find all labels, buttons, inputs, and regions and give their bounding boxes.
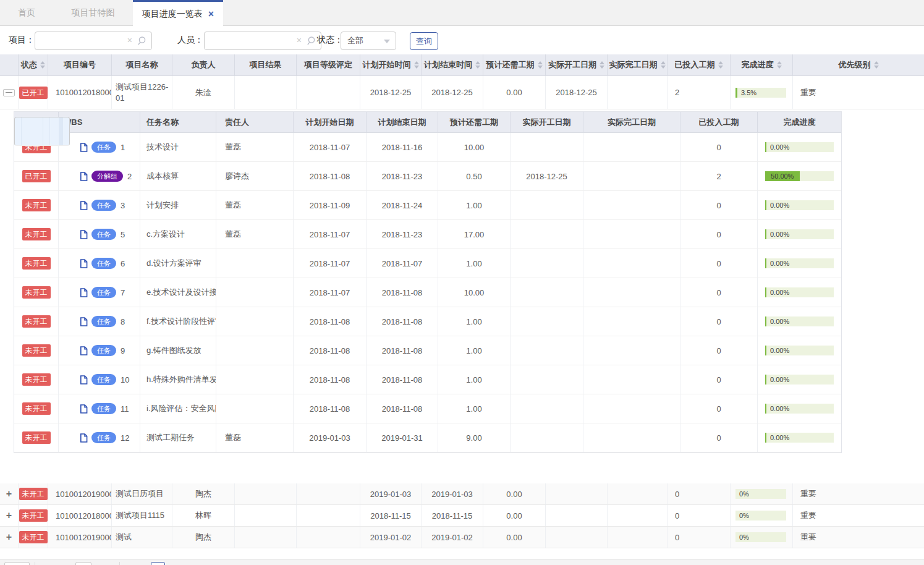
cell-owner: 林晖 — [172, 505, 235, 526]
project-row[interactable]: +未开工1010012019000测试陶杰2019-01-022019-01-0… — [0, 527, 924, 548]
cell-project-code: 1010012019000 — [48, 527, 112, 548]
task-row[interactable]: 未开工任务8f.技术设计阶段性评审2018-11-082018-11-081.0… — [14, 307, 841, 336]
clear-icon[interactable]: × — [127, 35, 132, 45]
column-header-invested-duration[interactable]: 已投入工期 — [668, 54, 731, 75]
close-tab-icon[interactable]: × — [208, 9, 214, 20]
project-rows-bottom: +未开工1010012019000测试日历项目陶杰2019-01-032019-… — [0, 483, 924, 548]
pagination-bar — [0, 559, 924, 565]
task-row[interactable]: 未开工任务1技术设计董磊2018-11-072018-11-1610.0000.… — [14, 133, 841, 162]
query-button[interactable]: 查询 — [410, 32, 438, 50]
column-header-status[interactable]: 状态 — [19, 54, 48, 75]
task-row[interactable]: 未开工任务3计划安排董磊2018-11-092018-11-241.0000.0… — [14, 191, 841, 220]
wbs-number: 9 — [121, 346, 125, 355]
cell-actual-start — [511, 336, 583, 365]
cell-owner — [216, 278, 294, 307]
cell-status: 未开工 — [14, 307, 59, 336]
cell-owner: 陶杰 — [172, 483, 235, 504]
page-size-select[interactable] — [4, 562, 30, 565]
column-header-label: 完成进度 — [742, 59, 774, 70]
cell-plan-end: 2018-11-23 — [367, 162, 438, 190]
project-row[interactable]: 已开工1010012018000测试项目1226-01朱淦2018-12-252… — [0, 76, 924, 109]
project-filter-label: 项目： — [9, 35, 35, 46]
cell-progress: 50.00% — [758, 162, 841, 190]
sort-icon[interactable] — [414, 61, 419, 69]
cell-actual-start — [511, 307, 583, 336]
task-row[interactable]: 未开工任务7e.技术设计及设计接口2018-11-072018-11-0810.… — [14, 278, 841, 307]
column-header-plan-end[interactable]: 计划结束时间 — [422, 54, 483, 75]
expand-icon[interactable]: + — [6, 511, 12, 520]
progress-bar: 0% — [735, 532, 786, 542]
task-row[interactable]: 未开工任务11i.风险评估：安全风险2018-11-082018-11-081.… — [14, 394, 841, 423]
column-header-actual-start[interactable]: 实际开工日期 — [546, 54, 608, 75]
column-header-progress[interactable]: 完成进度 — [731, 54, 793, 75]
sort-icon[interactable] — [40, 61, 45, 69]
cell-plan-start: 2018-11-08 — [294, 394, 367, 423]
cell-status: 未开工 — [19, 505, 48, 526]
wbs-type-badge: 任务 — [91, 229, 116, 240]
tab-gantt[interactable]: 项目甘特图 — [53, 0, 133, 26]
cell-remaining-duration: 0.50 — [438, 162, 511, 190]
wbs-type-badge: 任务 — [91, 142, 116, 153]
column-header-label: 项目等级评定 — [304, 59, 352, 70]
progress-label: 0.00% — [770, 230, 789, 239]
cell-progress: 0% — [731, 505, 793, 526]
progress-label: 50.00% — [765, 172, 800, 181]
column-header-actual-start: 实际开工日期 — [511, 112, 583, 132]
person-search-input[interactable] — [204, 32, 321, 50]
prev-page-button[interactable] — [75, 562, 91, 565]
cell-grade — [297, 76, 360, 109]
task-row[interactable]: 未开工任务6d.设计方案评审2018-11-072018-11-071.0000… — [14, 249, 841, 278]
expand-icon[interactable]: + — [6, 490, 12, 498]
project-search-input[interactable] — [35, 32, 152, 50]
task-row[interactable]: 未开工任务9g.铸件图纸发放2018-11-082018-11-081.0000… — [14, 336, 841, 365]
sort-icon[interactable] — [538, 61, 543, 69]
cell-remaining-duration: 17.00 — [438, 220, 511, 249]
cell-wbs: 任务12 — [59, 423, 140, 452]
tab-progress-list[interactable]: 项目进度一览表 × — [133, 0, 223, 27]
cell-plan-end: 2018-12-25 — [422, 76, 483, 109]
task-row[interactable]: 未开工任务12测试工期任务董磊2019-01-032019-01-319.000… — [14, 423, 841, 452]
progress-bar: 0.00% — [765, 200, 834, 210]
task-row[interactable]: 未开工任务10h.特殊外购件清单发放2018-11-082018-11-081.… — [14, 365, 841, 394]
cell-project-name: 测试日历项目 — [112, 483, 172, 504]
sort-icon[interactable] — [718, 61, 723, 69]
sort-icon[interactable] — [475, 61, 480, 69]
status-select[interactable]: 全部 — [341, 32, 396, 50]
cell-project-code: 1010012019000 — [48, 483, 112, 504]
search-icon[interactable] — [137, 36, 147, 48]
cell-remaining-duration: 9.00 — [438, 423, 511, 452]
cell-plan-end: 2018-11-23 — [367, 220, 438, 249]
cell-progress: 0.00% — [758, 365, 841, 394]
sort-icon[interactable] — [600, 61, 604, 69]
cell-remaining-duration: 1.00 — [438, 336, 511, 365]
document-icon — [80, 404, 88, 414]
column-header-remaining-duration[interactable]: 预计还需工期 — [483, 54, 546, 75]
column-header-plan-start[interactable]: 计划开始时间 — [360, 54, 422, 75]
search-icon[interactable] — [307, 36, 316, 48]
sort-icon[interactable] — [874, 61, 879, 69]
cell-plan-start: 2019-01-02 — [360, 527, 422, 548]
current-page-button[interactable] — [151, 562, 165, 565]
clear-icon[interactable]: × — [297, 35, 302, 45]
cell-plan-start: 2019-01-03 — [294, 423, 367, 452]
expand-icon[interactable]: + — [6, 533, 12, 542]
task-row[interactable]: 已开工分解组2成本核算廖诗杰2018-11-082018-11-230.5020… — [14, 162, 841, 191]
task-row[interactable]: 未开工任务5c.方案设计董磊2018-11-072018-11-2317.000… — [14, 220, 841, 249]
cell-progress: 0.00% — [758, 394, 841, 423]
pager-divider — [119, 562, 120, 565]
cell-progress: 0.00% — [758, 336, 841, 365]
column-header-result: 项目结果 — [235, 54, 297, 75]
task-row[interactable]: 未开工任务4生产验证廖诗杰2018-11-102018-11-281.0000.… — [14, 117, 70, 146]
collapse-icon[interactable] — [3, 89, 15, 96]
project-row[interactable]: +未开工1010012018000测试项目1115林晖2018-11-15201… — [0, 505, 924, 527]
tab-home[interactable]: 首页 — [0, 0, 53, 26]
status-badge: 未开工 — [22, 315, 51, 328]
column-header-actual-end[interactable]: 实际完工日期 — [608, 54, 668, 75]
project-row[interactable]: +未开工1010012019000测试日历项目陶杰2019-01-032019-… — [0, 483, 924, 505]
cell-project-name: 测试 — [112, 527, 172, 548]
sort-icon[interactable] — [777, 61, 782, 69]
tab-home-label: 首页 — [18, 7, 35, 19]
column-header-priority[interactable]: 优先级别 — [793, 54, 924, 75]
sort-icon[interactable] — [661, 61, 666, 69]
cell-expander — [0, 76, 19, 109]
